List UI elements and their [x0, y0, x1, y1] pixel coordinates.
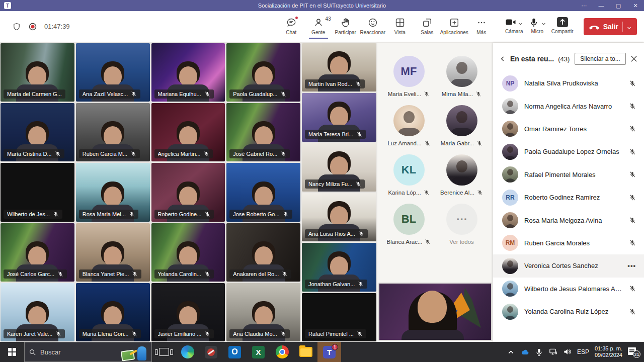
taskbar-edge-button[interactable]	[176, 342, 199, 362]
participant-row[interactable]: Wilberto de Jesus Palomares Arc...	[493, 278, 644, 300]
mic-button[interactable]: Micro	[526, 15, 548, 38]
participant-name: Maria Gabr...	[441, 140, 474, 146]
clock[interactable]: 01:35 p. m. 09/02/2024	[595, 345, 622, 358]
video-tile[interactable]: Mariana Equihu...	[151, 43, 225, 102]
video-tile[interactable]: Wilberto de Jes...	[1, 163, 74, 221]
mute-all-button[interactable]: Silenciar a to...	[575, 53, 625, 65]
video-tile[interactable]: Paola Guadalup...	[226, 43, 300, 102]
video-tile[interactable]: Jose Roberto Go...	[226, 163, 300, 221]
video-tile[interactable]: María Cristina D...	[1, 103, 74, 161]
taskbar-excel-button[interactable]: X	[247, 342, 270, 362]
toolbar-smiley-button[interactable]: Reaccionar	[359, 14, 386, 39]
video-tile[interactable]: Ana Claudia Mo...	[226, 283, 300, 341]
video-tile[interactable]: Jonathan Galvan...	[302, 243, 376, 291]
participant-row[interactable]: Veronica Cortes Sanchez•••	[493, 254, 644, 277]
minimize-button[interactable]: —	[593, 0, 610, 11]
panel-close-icon[interactable]	[630, 55, 638, 63]
video-tile[interactable]: Rafael Pimentel ...	[302, 293, 376, 341]
video-tile[interactable]: Ana Luisa Rios A...	[302, 193, 376, 241]
taskbar-outlook-button[interactable]: O	[223, 342, 247, 362]
video-tile[interactable]: Martin Ivan Rod...	[302, 43, 376, 92]
mic-off-icon	[53, 211, 59, 217]
participant-row[interactable]: RMRuben Garcia Morales	[493, 232, 644, 254]
participant-row[interactable]: NPNatalia Silva Prudkoviska	[493, 72, 644, 95]
toolbar-more-button[interactable]: Más	[468, 14, 495, 39]
video-tile[interactable]: Maria Teresa Bri...	[302, 93, 376, 141]
participant-name: Ana Luisa Rios A...	[308, 231, 355, 237]
taskbar-search-input[interactable]: Buscar	[24, 342, 152, 362]
video-tile[interactable]: Yolanda Carolin...	[151, 223, 225, 282]
toolbar-apps-button[interactable]: Aplicaciones	[441, 14, 468, 39]
toolbar-hand-button[interactable]: Participar	[332, 14, 359, 39]
toolbar-rooms-button[interactable]: Salas	[414, 14, 441, 39]
camera-chevron-icon[interactable]	[518, 20, 523, 25]
audio-participant[interactable]: Mirna Mila...	[435, 56, 488, 97]
audio-participant[interactable]: MFMaria Eveli...	[382, 56, 435, 97]
video-tile[interactable]: Roberto Godine...	[151, 163, 225, 221]
leave-button[interactable]: Salir	[584, 18, 637, 35]
language-indicator[interactable]: ESP	[577, 348, 589, 355]
participant-row[interactable]: Rafael Pimentel Morales	[493, 163, 644, 186]
recording-indicator-icon	[28, 22, 37, 31]
toolbar-chat-button[interactable]: Chat	[278, 14, 305, 39]
video-tile[interactable]: Rosa Maria Mel...	[76, 163, 150, 221]
taskbar-chrome-button[interactable]	[270, 342, 294, 362]
tray-chevron-up-icon[interactable]	[507, 348, 515, 356]
participant-row[interactable]: Rosa Maria Melgoza Avina	[493, 209, 644, 231]
start-button[interactable]	[0, 342, 24, 362]
share-button[interactable]: Compartir	[549, 15, 576, 38]
onedrive-cloud-icon[interactable]	[521, 348, 529, 356]
action-center-button[interactable]: 21	[628, 347, 639, 357]
video-tile[interactable]: Anakaren del Ro...	[226, 223, 300, 282]
audio-participant[interactable]: KLKarina Lóp...	[382, 154, 435, 196]
participant-row[interactable]: Omar Ramirez Torres	[493, 118, 644, 140]
row-more-button[interactable]: •••	[627, 262, 636, 269]
toolbar-grid-button[interactable]: Vista	[386, 14, 414, 39]
taskbar-file-explorer-button[interactable]	[294, 342, 317, 362]
video-tile[interactable]: María del Carmen G...	[1, 43, 74, 102]
video-tile[interactable]: Javier Emiliano ...	[151, 283, 225, 341]
video-tile[interactable]: José Gabriel Ro...	[226, 103, 300, 161]
taskbar-teams-button[interactable]: T1	[317, 342, 341, 362]
mic-chevron-icon[interactable]	[541, 20, 546, 25]
audio-participant[interactable]: Luz Amand...	[382, 105, 435, 146]
participant-row[interactable]: RRRoberto Godinez Ramirez	[493, 186, 644, 209]
video-tile[interactable]: Maria Elena Gon...	[76, 283, 150, 341]
taskbar-media-app-button[interactable]	[199, 342, 223, 362]
participant-nameplate: Angelica Martin...	[154, 149, 213, 158]
file-explorer-icon	[299, 347, 312, 357]
taskbar-task-view-button[interactable]	[152, 342, 176, 362]
participant-row[interactable]: Yolanda Carolina Ruiz López	[493, 300, 644, 323]
participant-name: José Carlos Garc...	[7, 271, 54, 277]
tray-mic-icon[interactable]	[535, 348, 543, 356]
leave-chevron-icon[interactable]	[626, 24, 632, 29]
titlebar-more-button[interactable]: ⋯	[576, 0, 593, 11]
maximize-button[interactable]: ▢	[610, 0, 627, 11]
mic-off-icon	[55, 151, 61, 157]
back-chevron-icon[interactable]	[499, 55, 506, 62]
video-tile[interactable]: Karen Jaret Vale...	[1, 283, 74, 341]
network-icon[interactable]	[549, 348, 557, 356]
close-button[interactable]: ✕	[627, 0, 644, 11]
participant-name: Rafael Pimentel Morales	[524, 171, 623, 178]
toolbar-people-button[interactable]: 43Gente	[305, 14, 332, 39]
volume-icon[interactable]	[563, 348, 572, 356]
audio-participant[interactable]: Maria Gabr...	[435, 105, 488, 146]
camera-button[interactable]: Cámara	[503, 15, 525, 38]
participant-row[interactable]: Paola Guadalupe Lopez Ornelas	[493, 140, 644, 163]
audio-participant[interactable]: Berenice Al...	[435, 154, 488, 196]
active-speaker-tile[interactable]	[378, 283, 492, 341]
video-tile[interactable]: Nancy Miliza Fu...	[302, 143, 376, 192]
mic-off-icon	[629, 148, 636, 155]
video-tile[interactable]: Ruben Garcia M...	[76, 103, 150, 161]
audio-participant[interactable]: BLBlanca Arac...	[382, 204, 435, 245]
video-tile[interactable]: José Carlos Garc...	[1, 223, 74, 282]
video-tile[interactable]: Angelica Martin...	[151, 103, 225, 161]
participant-row[interactable]: Norma Angelica Arias Navarro	[493, 95, 644, 117]
security-shield-icon[interactable]	[12, 22, 21, 31]
more-dots-icon[interactable]: ⋯	[446, 204, 477, 235]
mic-off-icon	[280, 151, 286, 157]
video-tile[interactable]: Blanca Yanet Pie...	[76, 223, 150, 282]
see-all-button[interactable]: ⋯Ver todos	[435, 204, 488, 245]
video-tile[interactable]: Ana Zazil Velasc...	[76, 43, 150, 102]
